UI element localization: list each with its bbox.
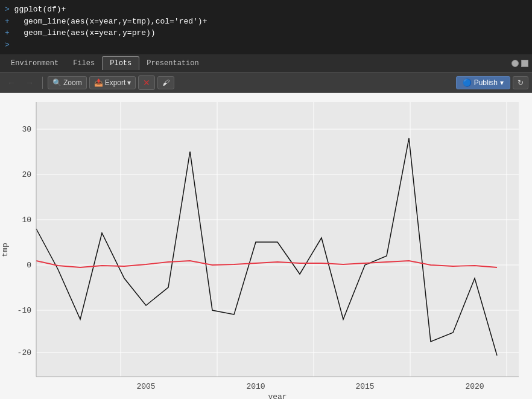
plot-area: 30 20 10 0 -10 -20 2005 2010 2015 2020 y… <box>0 93 532 399</box>
svg-text:10: 10 <box>22 215 31 225</box>
svg-text:2020: 2020 <box>465 382 484 391</box>
export-icon: 📤 <box>94 78 103 87</box>
console-area: > ggplot(df)+ + geom_line(aes(x=year,y=t… <box>0 0 532 54</box>
clear-icon: ✕ <box>143 78 150 88</box>
minimize-button[interactable] <box>511 60 519 67</box>
publish-button[interactable]: 🔵 Publish ▾ <box>456 76 510 89</box>
svg-text:2010: 2010 <box>246 382 265 391</box>
zoom-label: Zoom <box>63 78 82 87</box>
svg-text:2015: 2015 <box>355 382 374 391</box>
refresh-button[interactable]: ↻ <box>513 76 528 89</box>
zoom-button[interactable]: 🔍 Zoom <box>48 76 87 89</box>
clear-button[interactable]: ✕ <box>138 75 155 90</box>
tab-bar: Environment Files Plots Presentation <box>0 54 532 72</box>
console-line-1: > ggplot(df)+ <box>5 4 527 16</box>
toolbar-separator-1 <box>42 77 43 89</box>
console-line-3: + geom_line(aes(x=year,y=pre)) <box>5 27 527 39</box>
svg-text:20: 20 <box>22 170 31 179</box>
svg-text:2005: 2005 <box>136 382 155 391</box>
publish-arrow-icon: ▾ <box>500 78 504 87</box>
svg-text:tmp: tmp <box>1 243 10 257</box>
export-arrow-icon: ▾ <box>127 78 131 87</box>
console-line-4: > <box>5 39 527 51</box>
prompt-1: > <box>5 5 14 14</box>
plus-1: + <box>5 17 24 26</box>
plot-svg: 30 20 10 0 -10 -20 2005 2010 2015 2020 y… <box>0 93 532 399</box>
svg-text:0: 0 <box>27 261 31 270</box>
toolbar: ← → 🔍 Zoom 📤 Export ▾ ✕ 🖌 🔵 Publish ▾ ↻ <box>0 72 532 93</box>
tab-plots[interactable]: Plots <box>102 56 139 70</box>
svg-text:year: year <box>268 392 287 399</box>
tab-presentation[interactable]: Presentation <box>139 57 206 70</box>
tab-files[interactable]: Files <box>66 57 102 70</box>
export-label: Export <box>105 78 126 87</box>
tab-environment[interactable]: Environment <box>4 57 66 70</box>
maximize-button[interactable] <box>521 60 528 67</box>
back-button[interactable]: ← <box>4 76 19 89</box>
svg-text:30: 30 <box>22 125 31 134</box>
refresh-icon: ↻ <box>518 78 524 87</box>
brush-button[interactable]: 🖌 <box>157 76 174 89</box>
forward-button[interactable]: → <box>22 76 37 89</box>
plus-2: + <box>5 28 24 37</box>
publish-label: Publish <box>474 78 498 87</box>
publish-icon: 🔵 <box>463 78 472 87</box>
prompt-2: > <box>5 40 10 49</box>
console-line-2: + geom_line(aes(x=year,y=tmp),col='red')… <box>5 16 527 28</box>
svg-text:-20: -20 <box>17 348 31 357</box>
svg-text:-10: -10 <box>17 306 31 315</box>
zoom-icon: 🔍 <box>52 78 62 87</box>
brush-icon: 🖌 <box>162 78 169 87</box>
export-button[interactable]: 📤 Export ▾ <box>89 76 136 89</box>
